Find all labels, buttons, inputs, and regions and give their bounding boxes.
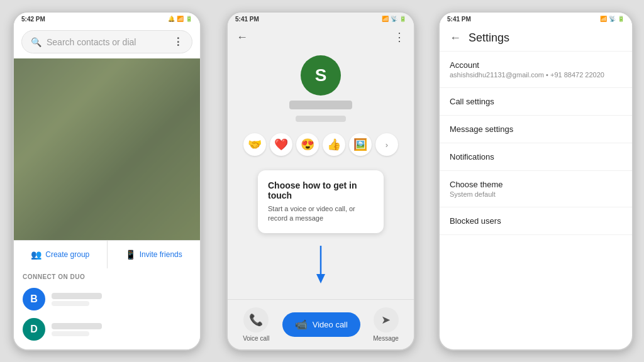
tooltip-card: Choose how to get in touch Start a voice…: [258, 170, 384, 234]
account-details: ashishsidhu21131@gmail.com • +91 88472 2…: [450, 71, 622, 79]
settings-item-label-blocked-users: Blocked users: [450, 216, 622, 226]
settings-item-sub-choose-theme: System default: [450, 190, 622, 198]
create-group-button[interactable]: 👥 Create group: [14, 241, 108, 268]
search-placeholder: Search contacts or dial: [47, 37, 168, 47]
phone2-wifi-icon: 📡: [391, 16, 397, 22]
settings-item-label-call-settings: Call settings: [450, 97, 622, 106]
phone2-header: ← ⋮: [228, 25, 414, 49]
settings-item-choose-theme[interactable]: Choose themeSystem default: [440, 171, 632, 207]
phone2-frame: 5:41 PM 📶 📡 🔋 ← ⋮ S 🤝 ❤️ 😍 👍 �: [226, 11, 415, 351]
phone3-wrapper: 5:41 PM 📶 📡 🔋 ← Settings Account ashishs…: [428, 0, 644, 362]
settings-item-blocked-users[interactable]: Blocked users: [440, 207, 632, 235]
phone2-wrapper: 5:41 PM 📶 📡 🔋 ← ⋮ S 🤝 ❤️ 😍 👍 �: [214, 0, 428, 362]
emoji-heart[interactable]: ❤️: [270, 133, 292, 156]
message-icon-circle: ➤: [374, 307, 399, 332]
settings-item-label-message-settings: Message settings: [450, 124, 622, 134]
settings-back-button[interactable]: ←: [450, 31, 461, 45]
phone2-battery-icon: 🔋: [399, 16, 406, 22]
video-call-icon: 📹: [295, 319, 308, 331]
phone2-back-button[interactable]: ←: [236, 31, 248, 44]
connect-label: CONNECT ON DUO: [23, 273, 191, 280]
voice-call-icon-circle: 📞: [243, 307, 269, 332]
phone3-signal-icon: 📶: [600, 16, 607, 22]
emoji-eyes[interactable]: 😍: [296, 133, 319, 156]
phone1-status-bar: 5:42 PM 🔔 📶 🔋: [14, 13, 200, 25]
blurred-overlay: [14, 58, 200, 240]
phone3-status-icons: 📶 📡 🔋: [600, 16, 625, 22]
video-call-button[interactable]: 📹 Video call: [282, 312, 360, 337]
phone2-more-button[interactable]: ⋮: [394, 30, 405, 44]
message-label: Message: [373, 335, 399, 342]
search-more-icon[interactable]: ⋮: [173, 36, 183, 48]
svg-marker-1: [316, 274, 325, 283]
contact-d-info: [52, 323, 102, 336]
emoji-row: 🤝 ❤️ 😍 👍 🖼️ ›: [228, 128, 414, 161]
settings-title: Settings: [469, 31, 509, 45]
invite-friends-label: Invite friends: [140, 250, 182, 259]
phone1-status-icons: 🔔 📶 🔋: [168, 16, 192, 22]
settings-menu: Call settingsMessage settingsNotificatio…: [440, 88, 632, 235]
phone3-status-bar: 5:41 PM 📶 📡 🔋: [440, 13, 632, 25]
account-label: Account: [450, 60, 622, 70]
phone3-frame: 5:41 PM 📶 📡 🔋 ← Settings Account ashishs…: [438, 11, 633, 351]
settings-item-label-notifications: Notifications: [450, 152, 622, 162]
video-call-label: Video call: [313, 320, 348, 329]
settings-item-message-settings[interactable]: Message settings: [440, 116, 632, 143]
invite-friends-icon: 📱: [125, 250, 136, 260]
contact-item-d[interactable]: D: [23, 314, 191, 344]
camera-preview: [14, 58, 200, 240]
search-bar-container: 🔍 Search contacts or dial ⋮: [14, 25, 200, 58]
settings-item-call-settings[interactable]: Call settings: [440, 88, 632, 116]
tooltip-title: Choose how to get in touch: [268, 180, 374, 200]
phone1-battery-icon: 🔋: [186, 16, 192, 22]
search-icon: 🔍: [31, 37, 42, 47]
emoji-thumbs-up[interactable]: 👍: [323, 133, 345, 156]
settings-item-notifications[interactable]: Notifications: [440, 143, 632, 171]
contact-item-b[interactable]: B: [23, 284, 191, 314]
phone1-frame: 5:42 PM 🔔 📶 🔋 🔍 Search contacts or dial …: [13, 11, 201, 351]
voice-call-button[interactable]: 📞 Voice call: [243, 307, 269, 342]
voice-call-icon: 📞: [249, 313, 263, 327]
phone2-signal-icon: 📶: [382, 16, 389, 22]
message-button[interactable]: ➤ Message: [373, 307, 399, 342]
emoji-image[interactable]: 🖼️: [349, 133, 372, 156]
phone3-wifi-icon: 📡: [609, 16, 616, 22]
invite-friends-button[interactable]: 📱 Invite friends: [108, 241, 201, 268]
contact-b-sub-blur: [52, 301, 89, 306]
phone2-status-bar: 5:41 PM 📶 📡 🔋: [228, 13, 414, 25]
phone3-battery-icon: 🔋: [618, 16, 625, 22]
account-separator: •: [546, 71, 550, 79]
account-email: ashishsidhu21131@gmail.com: [450, 71, 544, 79]
message-icon: ➤: [381, 313, 391, 327]
tooltip-description: Start a voice or video call, or record a…: [268, 204, 374, 224]
settings-header: ← Settings: [440, 25, 632, 52]
contact-d-initial: D: [30, 324, 38, 335]
contact-b-initial: B: [30, 293, 38, 305]
search-bar[interactable]: 🔍 Search contacts or dial ⋮: [21, 30, 192, 53]
phone1-time: 5:42 PM: [21, 16, 45, 23]
phone2-content: Choose how to get in touch Start a voice…: [228, 161, 414, 299]
contact-d-sub-blur: [52, 331, 89, 336]
contact-section: S: [228, 49, 414, 128]
contact-name-blurred: [289, 101, 352, 109]
emoji-wave[interactable]: 🤝: [243, 133, 266, 156]
contact-b-name-blur: [52, 293, 102, 299]
contact-sub-blurred: [296, 116, 346, 122]
phone2-time: 5:41 PM: [235, 16, 259, 23]
contact-initial: S: [315, 65, 327, 85]
create-group-label: Create group: [45, 250, 89, 259]
emoji-more[interactable]: ›: [375, 133, 398, 156]
settings-account-item[interactable]: Account ashishsidhu21131@gmail.com • +91…: [440, 52, 632, 88]
phone3-time: 5:41 PM: [447, 16, 471, 23]
contact-b-info: [52, 293, 102, 306]
connect-section: CONNECT ON DUO B D: [14, 268, 200, 349]
contact-avatar-large: S: [301, 55, 341, 96]
account-phone: +91 88472 22020: [550, 71, 604, 79]
voice-call-label: Voice call: [243, 335, 269, 342]
create-group-icon: 👥: [31, 250, 42, 260]
contact-d-avatar: D: [23, 318, 45, 341]
phone1-bottom-buttons: 👥 Create group 📱 Invite friends: [14, 240, 200, 268]
phone1-signal-icon: 📶: [177, 16, 184, 22]
contact-d-name-blur: [52, 323, 102, 329]
phone1-notification-icon: 🔔: [168, 16, 175, 22]
